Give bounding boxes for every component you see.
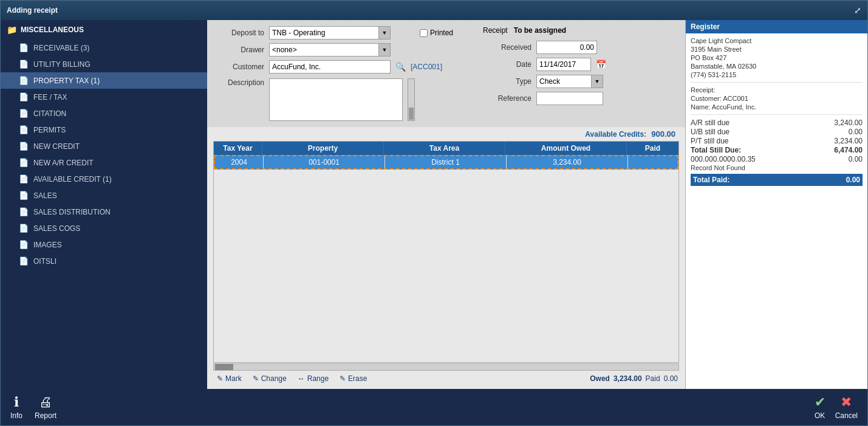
type-select-wrapper: Check ▼ [536, 75, 603, 88]
register-divider-1 [691, 82, 863, 83]
type-label: Type [483, 77, 531, 86]
sidebar-item-new-ar-credit[interactable]: 📄 NEW A/R CREDIT [1, 154, 207, 171]
customer-row: Customer 🔍 [ACC001] [216, 60, 471, 74]
available-credits-label: Available Credits: [585, 130, 646, 139]
td-property: 001-0001 [264, 156, 385, 168]
sidebar-item-label-fee: FEE / TAX [33, 93, 67, 101]
ok-button[interactable]: ✔ OK [815, 394, 825, 420]
description-textarea[interactable] [269, 78, 403, 121]
deposit-select[interactable]: TNB - Operating [269, 26, 391, 40]
change-label: Change [261, 374, 287, 383]
deposit-row: Deposit to TNB - Operating ▼ Printed [216, 26, 471, 40]
info-label: Info [10, 411, 22, 420]
ar-value: 3,240.00 [834, 119, 863, 127]
change-icon: ✎ [253, 374, 259, 383]
doc-icon-fee: 📄 [19, 92, 29, 101]
received-input[interactable] [536, 41, 597, 54]
drawer-select-wrapper: <none> ▼ [269, 43, 391, 57]
th-tax-year: Tax Year [214, 142, 262, 155]
sidebar-item-sales[interactable]: 📄 SALES [1, 187, 207, 204]
ok-icon: ✔ [815, 394, 825, 410]
drawer-select[interactable]: <none> [269, 43, 391, 57]
sidebar-item-label-receivable: RECEIVABLE (3) [33, 44, 89, 52]
total-due-value: 6,474.00 [834, 146, 863, 154]
main-content: 📁 MISCELLANEOUS 📄 RECEIVABLE (3) 📄 UTILI… [1, 20, 867, 389]
drawer-label: Drawer [216, 46, 264, 54]
range-label: Range [307, 374, 329, 383]
description-scrollbar[interactable] [408, 78, 415, 121]
reference-input[interactable] [536, 92, 603, 105]
sidebar-item-label-new-credit: NEW CREDIT [33, 142, 80, 151]
report-icon: 🖨 [39, 394, 52, 410]
description-area: Description [216, 78, 471, 121]
date-input[interactable] [536, 58, 591, 71]
account-label: 000.000.0000.00.35 [691, 155, 756, 163]
customer-input[interactable] [269, 60, 391, 74]
type-select-arrow[interactable]: ▼ [591, 75, 603, 88]
register-customer-label: Customer: ACC001 [691, 95, 863, 102]
pt-value: 3,234.00 [834, 137, 863, 145]
ar-row: A/R still due 3,240.00 [691, 119, 863, 127]
change-button[interactable]: ✎ Change [250, 373, 289, 384]
th-paid: Paid [627, 142, 678, 155]
register-address1: 3195 Main Street [691, 46, 863, 53]
drawer-select-arrow[interactable]: ▼ [378, 43, 391, 57]
ok-label: OK [815, 411, 825, 420]
sidebar-item-label-utility: UTILITY BILLING [33, 60, 91, 69]
horizontal-scrollbar[interactable] [213, 363, 679, 371]
printed-checkbox[interactable] [420, 29, 428, 37]
maximize-button[interactable]: ⤢ [854, 5, 861, 15]
table-row[interactable]: 2004 001-0001 District 1 3,234.00 [214, 155, 678, 170]
deposit-select-arrow[interactable]: ▼ [378, 26, 391, 40]
cancel-label: Cancel [835, 411, 858, 420]
register-receipt-label: Receipt: [691, 86, 863, 94]
mark-button[interactable]: ✎ Mark [214, 373, 244, 384]
toolbar-right: ✔ OK ✖ Cancel [815, 394, 858, 420]
range-button[interactable]: ↔ Range [295, 373, 331, 384]
sidebar-item-label-sales: SALES [33, 191, 57, 200]
customer-label: Customer [216, 63, 264, 71]
form-fields-right: Receipt To be assigned Received Date 📅 T… [483, 26, 677, 121]
register-body: Cape Light Compact 3195 Main Street PO B… [686, 33, 867, 389]
sidebar-item-citation[interactable]: 📄 CITATION [1, 105, 207, 122]
doc-icon-citation: 📄 [19, 109, 29, 118]
sidebar-item-fee-tax[interactable]: 📄 FEE / TAX [1, 89, 207, 105]
total-paid-value: 0.00 [846, 176, 860, 184]
doc-icon-sales: 📄 [19, 191, 29, 200]
erase-button[interactable]: ✎ Erase [337, 373, 369, 384]
report-button[interactable]: 🖨 Report [35, 394, 56, 420]
sidebar-item-utility-billing[interactable]: 📄 UTILITY BILLING [1, 56, 207, 72]
sidebar-item-sales-cogs[interactable]: 📄 SALES COGS [1, 220, 207, 236]
sidebar-item-property-tax[interactable]: 📄 PROPERTY TAX (1) [1, 72, 207, 89]
doc-icon-utility: 📄 [19, 60, 29, 69]
register-panel: Register Cape Light Compact 3195 Main St… [685, 20, 867, 389]
sidebar-item-images[interactable]: 📄 IMAGES [1, 236, 207, 253]
printed-label: Printed [430, 29, 453, 37]
toolbar-left: ℹ Info 🖨 Report [10, 394, 56, 420]
paid-label: Paid [646, 374, 660, 383]
doc-icon-oitsli: 📄 [19, 256, 29, 266]
cancel-button[interactable]: ✖ Cancel [835, 394, 858, 420]
printed-label-wrapper: Printed [420, 29, 453, 37]
sidebar-item-receivable[interactable]: 📄 RECEIVABLE (3) [1, 40, 207, 56]
deposit-select-wrapper: TNB - Operating ▼ [269, 26, 391, 40]
sidebar-item-permits[interactable]: 📄 PERMITS [1, 122, 207, 138]
calendar-button[interactable]: 📅 [596, 60, 606, 69]
receipt-label: Receipt [483, 26, 508, 35]
total-due-row: Total Still Due: 6,474.00 [691, 146, 863, 154]
bottom-toolbar: ℹ Info 🖨 Report ✔ OK ✖ Cancel [1, 389, 867, 425]
customer-search-button[interactable]: 🔍 [395, 62, 406, 72]
sidebar-item-new-credit[interactable]: 📄 NEW CREDIT [1, 138, 207, 154]
sidebar-item-available-credit[interactable]: 📄 AVAILABLE CREDIT (1) [1, 171, 207, 187]
total-paid-label: Total Paid: [693, 176, 730, 184]
drawer-row: Drawer <none> ▼ [216, 43, 471, 57]
sidebar-item-sales-distribution[interactable]: 📄 SALES DISTRIBUTION [1, 204, 207, 220]
sidebar-item-oitsli[interactable]: 📄 OITSLI [1, 253, 207, 269]
sidebar-header-label: MISCELLANEOUS [21, 26, 84, 34]
folder-icon: 📁 [7, 25, 17, 35]
info-button[interactable]: ℹ Info [10, 394, 22, 420]
sidebar-item-label-permits: PERMITS [33, 126, 66, 134]
description-label: Description [216, 78, 264, 87]
info-icon: ℹ [14, 394, 19, 410]
range-icon: ↔ [298, 374, 305, 383]
